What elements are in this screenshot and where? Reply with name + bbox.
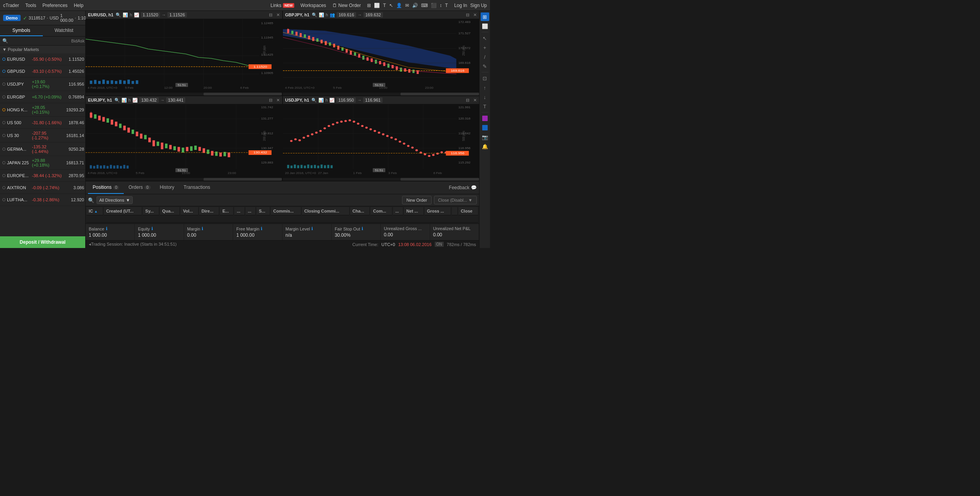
col-dot3[interactable]: ... <box>393 207 403 215</box>
icon-arrow[interactable]: ↕ <box>440 3 442 8</box>
new-order-menu-btn[interactable]: 🗒 New Order <box>332 3 361 8</box>
text-btn[interactable]: T <box>481 102 489 111</box>
chart-close-icon[interactable]: ✕ <box>276 12 280 18</box>
tab-transactions[interactable]: Transactions <box>179 181 215 194</box>
chart-gbpjpy-scrollbar[interactable] <box>283 92 479 95</box>
on-badge[interactable]: ON <box>435 242 444 247</box>
col-quantity[interactable]: Qua... <box>160 207 180 215</box>
bottom-search-icon[interactable]: 🔍 <box>88 197 94 203</box>
col-volume[interactable]: Vol... <box>181 207 198 215</box>
icon-screen[interactable]: ⬛ <box>431 3 437 8</box>
col-direction[interactable]: Dire... <box>199 207 220 215</box>
list-item[interactable]: JAPAN 225 +29.88 (+0.18%) 16813.71 16821… <box>0 156 85 170</box>
menu-preferences[interactable]: Preferences <box>42 3 68 8</box>
deposit-withdrawal-btn[interactable]: Deposit / Withdrawal <box>0 236 85 248</box>
grid-view-btn[interactable]: ⊞ <box>481 12 489 21</box>
login-btn[interactable]: Log In <box>454 3 467 8</box>
signup-btn[interactable]: Sign Up <box>470 3 487 8</box>
balance-info-icon[interactable]: ℹ <box>106 226 107 231</box>
up-btn[interactable]: ↑ <box>481 83 489 92</box>
list-item[interactable]: EUROPE... -38.44 (-1.32%) 2870.95 2872.0… <box>0 170 85 182</box>
col-closing-commis[interactable]: Closing Commi... <box>302 207 349 215</box>
tab-history[interactable]: History <box>155 181 179 194</box>
crosshair-tool-btn[interactable]: + <box>481 43 489 52</box>
icon-text[interactable]: T <box>383 3 386 8</box>
icon-mail[interactable]: ✉ <box>405 3 409 8</box>
workspaces-btn[interactable]: Workspaces <box>300 3 326 8</box>
chart-indicator-icon3[interactable]: 📈 <box>132 98 138 103</box>
links-label[interactable]: Links <box>270 3 281 8</box>
tab-symbols[interactable]: Symbols <box>0 25 43 36</box>
timezone-select[interactable]: UTC+0 <box>381 242 395 247</box>
chart-minimize-icon3[interactable]: ⊟ <box>269 98 272 103</box>
col-symbol[interactable]: Sy... <box>143 207 159 215</box>
expand-btn[interactable]: ⊡ <box>481 74 489 83</box>
list-item[interactable]: USDJPY +19.60 (+0.17%) 116.956 116.961 <box>0 77 85 91</box>
tab-orders[interactable]: Orders 0 <box>124 181 155 194</box>
menu-help[interactable]: Help <box>74 3 84 8</box>
chart-type-icon[interactable]: 📊 <box>123 12 128 18</box>
demo-badge[interactable]: Demo <box>3 15 21 21</box>
col-net[interactable]: Net ... <box>404 207 424 215</box>
icon-grid[interactable]: ⊞ <box>367 3 371 8</box>
chart-type-icon[interactable]: 📊 <box>319 12 324 18</box>
chart-close-icon4[interactable]: ✕ <box>473 98 477 103</box>
list-item[interactable]: US 30 -207.95 (-1.27%) 16181.14 16183.20 <box>0 129 85 142</box>
chart-close-icon3[interactable]: ✕ <box>276 98 280 103</box>
new-order-btn[interactable]: New Order <box>402 196 431 204</box>
color-tool-btn[interactable] <box>481 114 489 123</box>
icon-t2[interactable]: T <box>445 3 448 8</box>
directions-select[interactable]: All Directions ▼ <box>97 196 133 204</box>
chart-minimize-icon4[interactable]: ⊟ <box>466 98 469 103</box>
chart-indicator-icon[interactable]: 📈 <box>134 12 139 18</box>
bell-btn[interactable]: 🔔 <box>481 142 489 151</box>
chart-zoom-icon[interactable]: 🔍 <box>312 12 317 18</box>
chart-minimize-icon[interactable]: ⊟ <box>269 12 272 18</box>
down-btn[interactable]: ↓ <box>481 93 489 101</box>
icon-person[interactable]: 👤 <box>396 3 402 8</box>
chart-eurjpy-body[interactable]: 130.432 <box>86 104 282 178</box>
chart-people-icon[interactable]: 👥 <box>330 12 335 18</box>
tab-watchlist[interactable]: Watchlist <box>43 25 86 36</box>
chart-indicator-icon4[interactable]: 📈 <box>329 98 335 103</box>
list-item[interactable]: EURGBP +6.70 (+0.09%) 0.76894 0.76901 <box>0 91 85 103</box>
list-item[interactable]: EURUSD -55.90 (-0.50%) 1.11520 1.11526 <box>0 53 85 65</box>
chart-h-btn4[interactable]: h <box>325 98 328 102</box>
search-input[interactable] <box>10 38 68 44</box>
chart-zoom-icon[interactable]: 🔍 <box>116 12 121 18</box>
chart-eurusd-scrollbar[interactable] <box>86 92 282 95</box>
col-dot1[interactable]: ... <box>234 207 244 215</box>
feedback-btn[interactable]: Feedback 💬 <box>449 185 477 190</box>
tab-positions[interactable]: Positions 0 <box>88 181 124 194</box>
close-dropdown-icon[interactable]: ▼ <box>468 198 472 202</box>
camera-btn[interactable]: 📷 <box>481 133 489 141</box>
chart-h-btn[interactable]: h <box>130 12 132 17</box>
chart-usdjpy-body[interactable]: 116.956 121.991 120.316 118.642 116.956 … <box>283 104 479 178</box>
col-gross[interactable]: Gross ... <box>425 207 451 215</box>
icon-volume[interactable]: 🔊 <box>412 3 418 8</box>
icon-monitor[interactable]: ⬜ <box>374 3 380 8</box>
col-dot2[interactable]: ... <box>246 207 256 215</box>
close-disabled-btn[interactable]: Close (Disabl... ▼ <box>434 196 477 204</box>
line-tool-btn[interactable]: / <box>481 53 489 61</box>
margin-info-icon[interactable]: ℹ <box>202 226 203 231</box>
col-close[interactable]: Close <box>458 207 478 215</box>
chart-close-icon2[interactable]: ✕ <box>473 12 477 18</box>
cursor-tool-btn[interactable]: ↖ <box>481 34 489 42</box>
fair-stop-out-info-icon[interactable]: ℹ <box>362 226 363 231</box>
chart-minimize-icon2[interactable]: ⊟ <box>466 12 469 18</box>
draw-tool-btn[interactable]: ✎ <box>481 62 489 70</box>
menu-ctrader[interactable]: cTrader <box>3 3 19 8</box>
list-item[interactable]: GBPUSD -83.10 (-0.57%) 1.45026 1.45035 <box>0 65 85 77</box>
list-item[interactable]: AIXTRON -0.09 (-2.74%) 3.086 3.154 <box>0 182 85 194</box>
chart-h-btn2[interactable]: h <box>326 12 328 17</box>
col-com[interactable]: Com... <box>371 207 392 215</box>
list-item[interactable]: HONG K... +28.05 (+0.15%) 19293.29 19295… <box>0 103 85 117</box>
popular-markets-section[interactable]: ▼ Popular Markets <box>0 46 85 53</box>
list-item[interactable]: GERMA... -135.32 (-1.44%) 9250.28 9252.8… <box>0 142 85 156</box>
chart-gbpjpy-body[interactable]: 169.616 172.483 171.527 170.572 169.616 … <box>283 19 479 92</box>
col-ic[interactable]: IC ▲ <box>86 207 103 215</box>
col-cha[interactable]: Cha... <box>350 207 370 215</box>
equity-info-icon[interactable]: ℹ <box>151 226 153 231</box>
col-s[interactable]: S... <box>256 207 270 215</box>
